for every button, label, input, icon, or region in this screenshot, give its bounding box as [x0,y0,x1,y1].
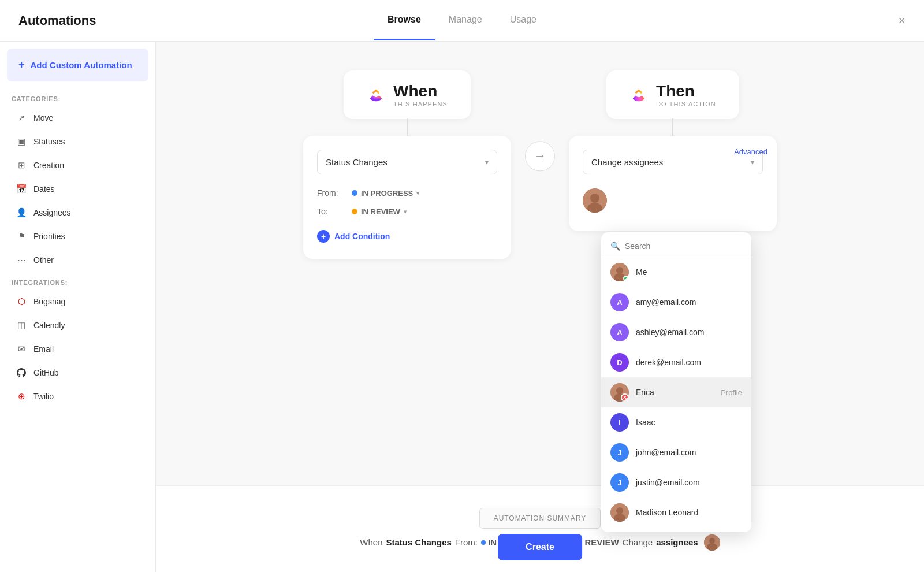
creation-icon: ⊞ [16,160,27,170]
dropdown-item-name: Isaac [636,418,655,427]
arrow-connector: → [525,141,555,171]
when-panel-body: Status Changes ▾ From: IN PROGRESS ▾ To: [303,136,511,259]
from-status-text: IN PROGRESS [361,189,413,198]
automation-summary-bar[interactable]: AUTOMATION SUMMARY [479,508,601,529]
from-row: From: IN PROGRESS ▾ [317,184,497,202]
tab-bar: Browse Manage Usage [374,1,550,40]
dropdown-item-name: justin@email.com [636,478,700,487]
remove-badge: ✕ [621,393,629,402]
dropdown-item-ashley[interactable]: A ashley@email.com [601,317,751,347]
amy-avatar: A [610,293,629,311]
search-input[interactable] [625,242,742,251]
dropdown-item-name: john@email.com [636,448,696,457]
twilio-icon: ⊕ [16,391,27,402]
sidebar-item-other[interactable]: ⋯ Other [5,248,151,272]
summary-avatar [704,534,720,551]
assignees-icon: 👤 [16,207,27,218]
svg-point-13 [709,538,715,544]
add-condition-button[interactable]: + Add Condition [317,228,497,245]
email-icon: ✉ [16,344,27,354]
to-status-text: IN REVIEW [361,207,400,216]
sidebar-item-calendly[interactable]: ◫ Calendly [5,314,151,337]
derek-avatar: D [610,353,629,372]
sidebar-item-label: Email [33,344,54,354]
dropdown-item-me[interactable]: Me [601,257,751,287]
online-dot [623,276,629,281]
statuses-icon: ▣ [16,136,27,147]
sidebar-item-priorities[interactable]: ⚑ Priorities [5,225,151,248]
trigger-select[interactable]: Status Changes ▾ [317,150,497,174]
close-button[interactable]: × [898,13,906,28]
sidebar-item-bugsnag[interactable]: ⬡ Bugsnag [5,290,151,313]
john-avatar: J [610,443,629,462]
add-custom-label: Add Custom Automation [31,60,132,70]
sidebar-item-dates[interactable]: 📅 Dates [5,177,151,200]
svg-point-10 [616,507,623,514]
dropdown-item-madison[interactable]: Madison Leonard [601,497,751,528]
dates-icon: 📅 [16,184,27,194]
sidebar-item-github[interactable]: GitHub [5,361,151,384]
dropdown-item-erica[interactable]: ✕ Erica Profile [601,377,751,407]
sidebar-item-label: Twilio [33,392,54,401]
sidebar-item-assignees[interactable]: 👤 Assignees [5,201,151,224]
sidebar-item-statuses[interactable]: ▣ Statuses [5,130,151,153]
add-custom-automation-button[interactable]: + Add Custom Automation [7,49,148,81]
sidebar-item-creation[interactable]: ⊞ Creation [5,154,151,177]
sidebar-item-label: Bugsnag [33,297,65,306]
isaac-avatar: I [610,413,629,432]
dropdown-item-name: amy@email.com [636,298,696,307]
profile-link[interactable]: Profile [721,388,742,397]
tab-browse[interactable]: Browse [374,1,435,40]
when-connector [407,118,408,136]
justin-avatar: J [610,473,629,492]
madison-avatar [610,503,629,522]
summary-bar-label: AUTOMATION SUMMARY [494,514,587,522]
priorities-icon: ⚑ [16,231,27,242]
to-chevron-icon: ▾ [404,209,407,215]
summary-from-dot [481,540,486,545]
tab-manage[interactable]: Manage [435,1,496,40]
add-condition-label: Add Condition [334,232,390,241]
dropdown-item-derek[interactable]: D derek@email.com [601,347,751,377]
assignees-row [583,184,763,217]
to-status-dot [352,209,357,214]
then-panel: Then DO THIS ACTION Change assignees ▾ [569,70,777,231]
from-status-badge[interactable]: IN PROGRESS ▾ [352,189,419,198]
dropdown-item-john[interactable]: J john@email.com [601,437,751,467]
trigger-chevron-icon: ▾ [485,158,489,166]
when-title: When [393,82,448,101]
dropdown-item-justin[interactable]: J justin@email.com [601,467,751,497]
action-label: Change assignees [591,157,663,167]
sidebar-item-label: GitHub [33,368,59,377]
summary-change-text: Change [623,537,653,547]
dropdown-item-amy[interactable]: A amy@email.com [601,287,751,317]
to-status-badge[interactable]: IN REVIEW ▾ [352,207,407,216]
bugsnag-icon: ⬡ [16,296,27,307]
dropdown-item-name: Erica [636,388,654,397]
erica-dropdown-avatar: ✕ [610,383,629,402]
sidebar-item-label: Assignees [33,208,71,217]
sidebar-item-label: Move [33,113,53,122]
sidebar-item-move[interactable]: ↗ Move [5,106,151,129]
when-logo-icon [367,86,385,104]
sidebar-item-label: Statuses [33,137,65,146]
me-avatar [610,263,629,281]
github-icon [16,367,27,378]
then-panel-body: Change assignees ▾ Advanced [569,136,777,231]
when-panel: When THIS HAPPENS Status Changes ▾ From: [303,70,511,259]
sidebar-item-email[interactable]: ✉ Email [5,337,151,361]
avatar [583,188,607,213]
from-label: From: [317,188,345,198]
advanced-link[interactable]: Advanced [734,147,767,156]
plus-icon: + [18,59,25,71]
svg-point-7 [616,387,623,394]
create-button[interactable]: Create [498,534,582,560]
sidebar-item-label: Creation [33,161,64,170]
move-icon: ↗ [16,113,27,123]
action-chevron-icon: ▾ [751,158,754,166]
trigger-label: Status Changes [326,157,388,167]
tab-usage[interactable]: Usage [496,1,550,40]
when-panel-header: When THIS HAPPENS [344,70,471,119]
sidebar-item-twilio[interactable]: ⊕ Twilio [5,385,151,408]
dropdown-item-isaac[interactable]: I Isaac [601,407,751,437]
